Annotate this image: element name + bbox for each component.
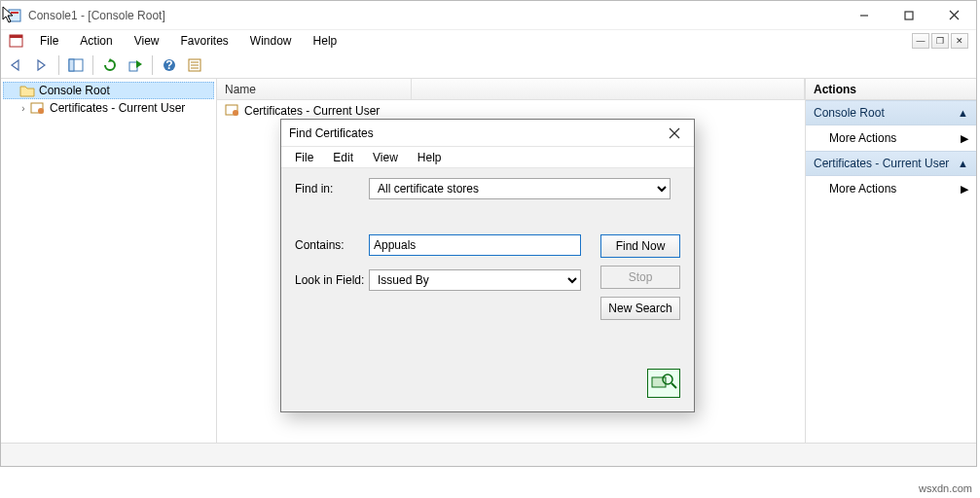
close-icon: [669, 127, 680, 139]
actions-more-2[interactable]: More Actions ▶: [806, 176, 976, 201]
help-button[interactable]: ?: [158, 53, 181, 77]
certificate-icon: [225, 103, 240, 119]
minimize-button[interactable]: [842, 1, 887, 30]
svg-rect-1: [11, 12, 18, 14]
menu-view[interactable]: View: [125, 32, 169, 50]
footer-credit: wsxdn.com: [919, 482, 972, 494]
mdi-minimize[interactable]: —: [912, 33, 929, 49]
actions-title: Actions: [806, 79, 976, 100]
search-computers-icon: [647, 369, 680, 398]
dlg-menu-view[interactable]: View: [363, 149, 408, 166]
find-in-select[interactable]: All certificate stores: [369, 178, 671, 199]
certificate-icon: [30, 100, 46, 116]
collapse-icon: ▲: [958, 158, 968, 169]
column-spacer: [412, 79, 805, 100]
dialog-menubar: File Edit View Help: [281, 147, 694, 168]
titlebar: Console1 - [Console Root]: [1, 1, 976, 30]
toolbar: ?: [1, 52, 976, 79]
actions-more-1[interactable]: More Actions ▶: [806, 125, 976, 151]
svg-point-18: [38, 108, 44, 114]
dialog-close-button[interactable]: [663, 122, 686, 145]
svg-rect-10: [129, 62, 137, 71]
actions-group-console-root[interactable]: Console Root ▲: [806, 100, 976, 125]
dialog-body: Find in: All certificate stores Contains…: [281, 168, 694, 411]
contains-label: Contains:: [295, 238, 369, 252]
mdi-restore[interactable]: ❐: [931, 33, 949, 49]
menu-favorites[interactable]: Favorites: [171, 32, 238, 50]
dlg-menu-file[interactable]: File: [285, 149, 323, 166]
tree-pane[interactable]: Console Root › Certificates - Current Us…: [1, 79, 217, 443]
app-icon: [7, 8, 22, 23]
tree-node-label: Console Root: [39, 84, 110, 97]
show-hide-tree-button[interactable]: [64, 53, 88, 77]
forward-button[interactable]: [30, 53, 54, 77]
window-title: Console1 - [Console Root]: [26, 9, 842, 22]
close-button[interactable]: [931, 1, 976, 30]
maximize-button[interactable]: [887, 1, 931, 30]
svg-rect-3: [905, 12, 913, 19]
refresh-button[interactable]: [98, 53, 122, 77]
list-item-label: Certificates - Current User: [244, 104, 380, 118]
dialog-title: Find Certificates: [289, 126, 663, 140]
svg-rect-0: [9, 10, 20, 21]
back-button[interactable]: [5, 53, 28, 77]
svg-text:?: ?: [165, 58, 172, 72]
look-in-field-select[interactable]: Issued By: [369, 269, 581, 291]
properties-button[interactable]: [183, 53, 206, 77]
svg-line-25: [671, 383, 676, 388]
actions-group-label: Certificates - Current User: [814, 157, 949, 170]
tree-node-label: Certificates - Current User: [50, 101, 185, 115]
dlg-menu-help[interactable]: Help: [408, 149, 452, 166]
menu-window[interactable]: Window: [240, 32, 302, 50]
tree-node-certificates[interactable]: › Certificates - Current User: [3, 99, 214, 117]
contains-input[interactable]: [369, 234, 581, 256]
actions-group-label: Console Root: [814, 106, 885, 120]
export-button[interactable]: [124, 53, 147, 77]
svg-point-20: [233, 110, 238, 116]
submenu-icon: ▶: [961, 132, 968, 145]
menubar: File Action View Favorites Window Help —…: [1, 30, 976, 52]
menu-action[interactable]: Action: [70, 32, 122, 50]
chevron-right-icon[interactable]: ›: [17, 103, 30, 114]
svg-rect-9: [69, 59, 74, 71]
menu-file[interactable]: File: [30, 32, 68, 50]
stop-button[interactable]: Stop: [600, 266, 680, 289]
tree-node-console-root[interactable]: Console Root: [3, 82, 214, 99]
actions-item-label: More Actions: [829, 131, 896, 145]
find-now-button[interactable]: Find Now: [600, 234, 680, 258]
actions-group-certificates[interactable]: Certificates - Current User ▲: [806, 151, 976, 176]
submenu-icon: ▶: [961, 183, 968, 196]
dialog-titlebar[interactable]: Find Certificates: [281, 120, 694, 147]
column-name[interactable]: Name: [217, 79, 412, 100]
svg-rect-7: [10, 35, 22, 38]
list-item-certificates[interactable]: Certificates - Current User: [219, 102, 803, 120]
mmc-doc-icon: [9, 33, 24, 49]
find-certificates-dialog: Find Certificates File Edit View Help Fi…: [280, 119, 695, 412]
collapse-icon: ▲: [958, 107, 968, 119]
look-in-field-label: Look in Field:: [295, 273, 369, 287]
find-in-label: Find in:: [295, 182, 369, 196]
menu-help[interactable]: Help: [304, 32, 347, 50]
mdi-controls: — ❐ ✕: [910, 33, 972, 49]
statusbar: [1, 443, 976, 466]
actions-pane: Actions Console Root ▲ More Actions ▶ Ce…: [806, 79, 976, 443]
new-search-button[interactable]: New Search: [600, 297, 680, 320]
folder-icon: [19, 83, 35, 98]
actions-item-label: More Actions: [829, 182, 896, 196]
list-header: Name: [217, 79, 805, 100]
mdi-close[interactable]: ✕: [951, 33, 968, 49]
dlg-menu-edit[interactable]: Edit: [323, 149, 363, 166]
